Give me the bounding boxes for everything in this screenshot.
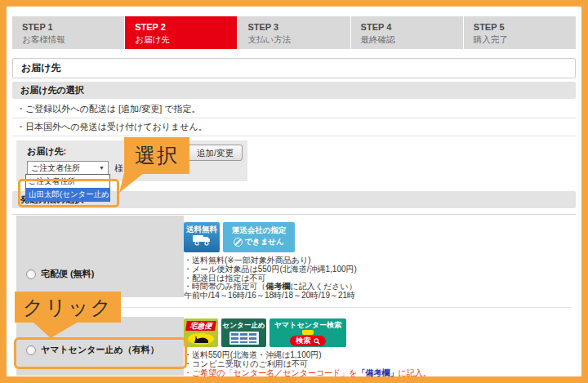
takuhaibin-notes: ・送料無料(※一部対象外商品あり) ・メール便対象品は550円(北海道/沖縄1,… — [184, 256, 572, 301]
yamato-center-badges: 宅急便 センター止め ヤマトセンター検索 検索 — [184, 318, 572, 347]
no-carrier-choice-badge: 運送会社の指定 できません — [223, 222, 295, 252]
no-entry-icon — [234, 238, 243, 247]
takuhaibin-radio-label: 宅配便 (無料) — [41, 268, 94, 280]
step-2-active: STEP 2 お届け先 — [125, 16, 237, 49]
step-1: STEP 1 お客様情報 — [12, 16, 124, 49]
chevron-down-icon: ▼ — [99, 165, 105, 171]
shipping-option-takuhaibin-cell[interactable]: 宅配便 (無料) — [16, 216, 184, 297]
step-label: 購入完了 — [474, 34, 576, 44]
step-number: STEP 5 — [474, 22, 576, 32]
click-callout-tail — [33, 322, 78, 338]
locker-icon — [229, 332, 259, 345]
destination-note: ・ご登録以外への配送は [追加/変更] で指定。 — [12, 100, 576, 118]
yamato-center-details-cell: 宅急便 センター止め ヤマトセンター検索 検索 — [184, 318, 572, 377]
step-number: STEP 2 — [135, 22, 237, 32]
search-icon — [314, 338, 320, 345]
step-label: 最終確認 — [361, 34, 463, 44]
select-callout: 選択 — [124, 137, 189, 174]
truck-icon — [192, 234, 212, 246]
table-top-divider — [12, 214, 576, 215]
radio-highlight-box — [14, 337, 187, 369]
recipient-select[interactable]: ご注文者住所 ▼ — [27, 161, 109, 175]
step-number: STEP 3 — [247, 22, 350, 32]
recipient-label: お届け先: — [27, 145, 66, 158]
page-title: お届け先 — [12, 58, 576, 78]
takuhaibin-details-cell: 送料無料 運送会社の指定 できません ・送料無料(※一部対象外商品あり) ・メー… — [184, 222, 572, 301]
step-label: お客様情報 — [22, 34, 124, 44]
step-label: 支払い方法 — [247, 34, 350, 44]
takkyubin-badge: 宅急便 — [184, 318, 218, 347]
step-number: STEP 1 — [22, 22, 124, 32]
center-hold-badge: センター止め — [221, 318, 266, 347]
dropdown-highlight-box — [18, 179, 119, 207]
click-callout: クリック — [15, 292, 121, 323]
black-cat-icon — [192, 335, 210, 344]
destination-selection-header: お届け先の選択 — [12, 82, 576, 99]
step-number: STEP 4 — [361, 22, 463, 32]
takkyubin-badge-label: 宅急便 — [185, 321, 216, 331]
takuhaibin-badges: 送料無料 運送会社の指定 できません — [184, 222, 572, 252]
step-label: お届け先 — [135, 34, 237, 44]
step-5: STEP 5 購入完了 — [464, 16, 576, 49]
no-carrier-line2: できません — [244, 237, 284, 247]
takuhaibin-radio-button[interactable] — [26, 269, 36, 279]
note-line-request: ・ご希望の「センター名／センターコード」を「備考欄」に記入。 — [184, 369, 572, 378]
checkout-page: STEP 1 お客様情報 STEP 2 お届け先 STEP 3 支払い方法 ST… — [0, 0, 588, 383]
no-carrier-line1: 運送会社の指定 — [223, 225, 295, 235]
search-button: 検索 — [290, 336, 326, 346]
note-line: ・メール便対象品は550円(北海道/沖縄1,100円) — [184, 265, 572, 274]
time-slots-line: 午前中/14～16時/16～18時/18～20時/19～21時 — [184, 292, 572, 301]
select-callout-tail — [119, 173, 144, 193]
step-3: STEP 3 支払い方法 — [238, 16, 350, 49]
free-shipping-badge: 送料無料 — [184, 222, 220, 252]
recipient-select-value: ご注文者住所 — [31, 163, 80, 174]
yamato-center-notes: ・送料550円(北海道・沖縄は1,100円) ・コンビニ受取りのご利用は不可 ・… — [184, 351, 572, 377]
add-change-button[interactable]: 追加/変更 — [188, 145, 243, 161]
takuhaibin-radio-row[interactable]: 宅配便 (無料) — [26, 268, 94, 280]
center-search-badge-label: ヤマトセンター検索 — [270, 320, 346, 330]
center-hold-badge-label: センター止め — [221, 320, 266, 331]
destination-note: ・日本国外への発送は受け付けておりません。 — [12, 118, 576, 136]
yamato-center-search-badge: ヤマトセンター検索 検索 — [270, 318, 346, 347]
free-shipping-badge-label: 送料無料 — [184, 224, 220, 234]
step-progress-bar: STEP 1 お客様情報 STEP 2 お届け先 STEP 3 支払い方法 ST… — [12, 16, 576, 49]
step-4: STEP 4 最終確認 — [351, 16, 463, 49]
mini-cat-icon — [302, 330, 314, 335]
